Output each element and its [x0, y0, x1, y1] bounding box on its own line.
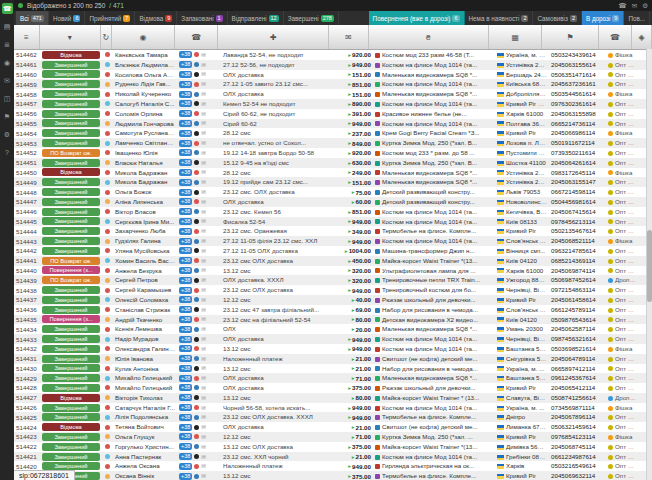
table-row[interactable]: 514424 Відмова Тетяна Войтович +38✉ ОЛХ … [14, 422, 652, 432]
table-row[interactable]: 514442 Завершений Уляна Мусійовська +38✉… [14, 246, 652, 256]
column-header-ttn-icon[interactable]: ☎ [599, 25, 633, 49]
customer-name[interactable]: Анжела Безрука [113, 266, 177, 276]
phone-cell[interactable]: +38✉ [177, 412, 221, 422]
tab-нема-в-наявності[interactable]: Нема в наявності2 [465, 11, 534, 25]
customer-name[interactable]: Самотуга Руслана В... [113, 128, 177, 138]
customer-name[interactable]: Хомин Василь Васи... [113, 256, 177, 266]
phone-prefix-badge[interactable]: +38 [179, 51, 192, 58]
table-row[interactable]: 514421 Завершений Анна Пастернак +38✉ 23… [14, 452, 652, 462]
phone-prefix-badge[interactable]: +38 [179, 71, 192, 78]
table-row[interactable]: 514439 ПО Возврат ож. Сергей Петров +38✉… [14, 275, 652, 285]
phone-cell[interactable]: +38✉ [177, 305, 221, 315]
phone-cell[interactable]: +38✉ [177, 285, 221, 295]
customer-name[interactable]: Анжела Оксана [113, 461, 177, 471]
customer-name[interactable]: Ламченко Світлана... [113, 138, 177, 148]
customer-name[interactable]: Власюк Наталья [113, 158, 177, 168]
column-header-status-sort-icon[interactable]: ▾ [40, 25, 101, 49]
phone-prefix-badge[interactable]: +38 [179, 424, 192, 431]
table-row[interactable]: 514423 Завершений Ольга Глущук +38✉ 12.1… [14, 432, 652, 442]
phone-icon[interactable]: ☎ [619, 2, 627, 10]
customer-name[interactable]: Андрій Ткаченко [113, 315, 177, 325]
phone-prefix-badge[interactable]: +38 [179, 149, 192, 156]
tab-всі[interactable]: Всі471 [16, 11, 49, 25]
table-row[interactable]: 514452 ПО Возврат ож. Іващенко Юлія +38✉… [14, 148, 652, 158]
tab-новий[interactable]: Новий6 [49, 11, 86, 25]
customer-name[interactable]: Михайло Гилецький [113, 383, 177, 393]
column-header-comment-icon[interactable]: ✉ [329, 25, 369, 49]
table-row[interactable]: 514441 ПО Возврат ож. Хомин Василь Васи.… [14, 256, 652, 266]
customer-name[interactable]: Ольга Глущук [113, 432, 177, 442]
phone-cell[interactable]: +38✉ [177, 461, 221, 471]
column-header-region-icon[interactable]: ⚑ [542, 25, 598, 49]
phone-prefix-badge[interactable]: +38 [179, 453, 192, 460]
phone-prefix-badge[interactable]: +38 [179, 218, 192, 225]
table-row[interactable]: 514420 Завершений Анжела Оксана +38✉ Нал… [14, 461, 652, 471]
phone-prefix-badge[interactable]: +38 [179, 443, 192, 450]
customer-name[interactable]: Горгулько Христин... [113, 442, 177, 452]
phone-prefix-badge[interactable]: +38 [179, 238, 192, 245]
column-header-product-icon[interactable]: ▦ [489, 25, 542, 49]
phone-cell[interactable]: +38✉ [177, 295, 221, 305]
customer-name[interactable]: Юлія Іванова [113, 354, 177, 364]
customer-name[interactable]: Вікторія Тихолаз [113, 393, 177, 403]
table-row[interactable]: 514440 Повернення (з... Анжела Безрука +… [14, 266, 652, 276]
customer-name[interactable]: Канєвська Тамара [113, 50, 177, 60]
customer-name[interactable]: Сатарчук Наталія Г... [113, 403, 177, 413]
help-icon[interactable]: ? [2, 147, 13, 158]
table-row[interactable]: 514446 Завершений Віктор Власов +38✉ 23.… [14, 207, 652, 217]
table-row[interactable]: 514451 Завершений Власюк Наталья +38✉ 15… [14, 158, 652, 168]
customer-name[interactable]: Соломія Орлина [113, 109, 177, 119]
table-row[interactable]: 514422 Завершений Горгулько Христин... +… [14, 442, 652, 452]
customer-name[interactable]: Михайло Гилецький [113, 373, 177, 383]
customer-name[interactable]: Віктор Власов [113, 207, 177, 217]
tab-прийнятий[interactable]: Прийнятий7 [85, 11, 135, 25]
phone-cell[interactable]: +38✉ [177, 364, 221, 374]
phone-prefix-badge[interactable]: +38 [179, 61, 192, 68]
phone-cell[interactable]: +38✉ [177, 226, 221, 236]
table-row[interactable]: 514431 Завершений Юлія Іванова +38✉ Нало… [14, 354, 652, 364]
phone-cell[interactable]: +38✉ [177, 168, 221, 178]
customer-name[interactable]: Микола Бадражан [113, 168, 177, 178]
phone-cell[interactable]: +38✉ [177, 266, 221, 276]
customer-name[interactable]: Оксана Віннік [113, 471, 177, 480]
table-row[interactable]: 514444 Завершений Захарченко Люба +38✉ 2… [14, 226, 652, 236]
phone-cell[interactable]: +38✉ [177, 187, 221, 197]
mail-icon[interactable]: ✉ [2, 75, 13, 86]
customer-name[interactable]: Ксенія Лемешва [113, 324, 177, 334]
customer-name[interactable]: Олександра Галина... [113, 344, 177, 354]
phone-cell[interactable]: +38✉ [177, 422, 221, 432]
table-row[interactable]: 514434 Завершений Ксенія Лемешва +38✉ ОЛ… [14, 324, 652, 334]
phone-cell[interactable]: +38✉ [177, 334, 221, 344]
table-row[interactable]: 514435 Повернення (з... Андрій Ткаченко … [14, 315, 652, 325]
column-header-refresh-icon[interactable]: ↻ [101, 25, 112, 49]
tab-запаковані[interactable]: Запаковані1 [177, 11, 227, 25]
phone-cell[interactable]: +38✉ [177, 70, 221, 80]
phone-prefix-badge[interactable]: +38 [179, 326, 192, 333]
table-row[interactable]: 514458 Завершений Николай Кучеренко +38✉… [14, 89, 652, 99]
customer-name[interactable]: Сергей Петров [113, 275, 177, 285]
scrollbar-thumb[interactable] [647, 230, 652, 302]
phone-cell[interactable]: +38✉ [177, 99, 221, 109]
customer-name[interactable]: Сергєєва Ірина Ми... [113, 217, 177, 227]
phone-prefix-badge[interactable]: +38 [179, 404, 192, 411]
mail-icon[interactable]: ✉ [632, 2, 637, 10]
phone-cell[interactable]: +38✉ [177, 471, 221, 480]
phone-prefix-badge[interactable]: +38 [179, 336, 192, 343]
column-header-phone-icon[interactable]: ☎ [175, 25, 218, 49]
settings-icon[interactable]: ⚙ [642, 2, 648, 10]
customer-name[interactable]: Тетяна Войтович [113, 422, 177, 432]
phone-prefix-badge[interactable]: +38 [179, 208, 192, 215]
phone-cell[interactable]: +38✉ [177, 324, 221, 334]
phone-prefix-badge[interactable]: +38 [179, 159, 192, 166]
customer-name[interactable]: Николай Кучеренко [113, 89, 177, 99]
phone-icon[interactable]: ☎ [2, 3, 13, 14]
table-row[interactable]: 514462 Відмова Канєвська Тамара +38✉ Лав… [14, 50, 652, 60]
phone-prefix-badge[interactable]: +38 [179, 179, 192, 186]
customer-name[interactable]: Іващенко Юлія [113, 148, 177, 158]
table-row[interactable]: 514443 Завершений Гудзілях Галина +38✉ 2… [14, 236, 652, 246]
phone-cell[interactable]: +38✉ [177, 89, 221, 99]
phone-prefix-badge[interactable]: +38 [179, 277, 192, 284]
phone-cell[interactable]: +38✉ [177, 79, 221, 89]
phone-prefix-badge[interactable]: +38 [179, 140, 192, 147]
phone-prefix-badge[interactable]: +38 [179, 296, 192, 303]
